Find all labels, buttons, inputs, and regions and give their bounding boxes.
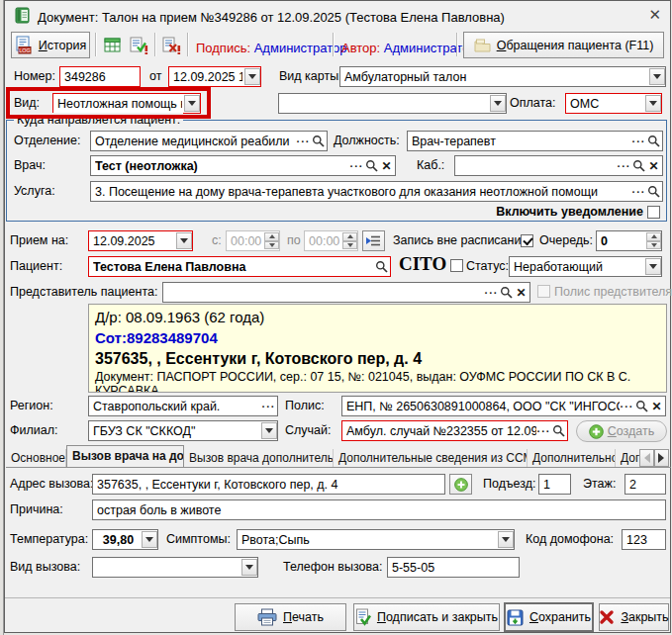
chevron-down-icon[interactable] [261,422,277,439]
tab-ssmp-info[interactable]: Дополнительные сведения из ССМП [334,449,528,467]
ellipsis-button[interactable]: ··· [620,398,634,414]
document-check-button[interactable] [127,35,150,56]
off-schedule-checkbox[interactable] [521,234,533,247]
tab-additional[interactable]: Дополнительно [528,449,616,467]
print-button[interactable]: Печать [235,603,346,631]
spin-buttons[interactable] [646,232,661,249]
history-button[interactable]: LOG История [11,32,90,58]
clear-icon[interactable]: ✕ [514,284,528,301]
reason-field[interactable]: острая боль в животе [92,499,666,520]
off-schedule-label: Запись вне расписания [393,230,528,251]
schedule-button[interactable] [362,230,385,251]
sign-and-close-button[interactable]: Подписать и закрыть [353,603,500,631]
chevron-down-icon[interactable] [176,232,192,249]
ellipsis-button[interactable]: ··· [261,398,276,414]
case-field[interactable]: Амбул. случай №232355 от 12.09.20 ··· [341,420,568,441]
call-phone-field[interactable]: 5-55-05 [387,557,520,578]
ellipsis-button[interactable]: ··· [349,157,364,174]
spin-down-icon[interactable] [646,241,661,250]
save-button[interactable]: Сохранить [504,602,594,632]
document-x-icon [162,37,181,54]
search-icon[interactable] [634,398,649,414]
payment-combo[interactable]: ОМС [565,93,662,114]
ellipsis-button[interactable]: ··· [484,284,499,301]
chevron-down-icon[interactable] [498,531,514,548]
tab-home-visit-extra[interactable]: Вызов врача дополнительно [184,449,334,467]
document-cancel-button[interactable] [159,35,183,56]
create-case-button[interactable]: Создать [576,420,667,442]
document-icon [15,7,31,24]
kind-combo[interactable]: Неотложная помощь на дому [52,93,201,114]
tab-scroll-left-icon[interactable] [639,449,654,467]
address-add-button[interactable] [449,474,472,495]
intercom-field[interactable]: 123 [622,529,666,550]
symptoms-label: Симптомы: [166,529,231,550]
call-type-combo[interactable] [92,557,258,578]
queue-spinner[interactable]: 0 [596,230,662,251]
search-icon[interactable] [311,133,326,149]
doctor-field[interactable]: Тест (неотложка) ··· ✕ [90,155,396,176]
policy-label: Полис: [285,396,325,416]
visit-date-combo[interactable]: 12.09.2025 [88,230,193,251]
tab-main[interactable]: Основное [6,449,66,467]
service-field[interactable]: 3. Посещение на дому врача-терапевта уча… [90,181,663,202]
ellipsis-button[interactable]: ··· [617,157,631,174]
policy-field[interactable]: ЕНП, № 2650630891000864, ООО "СК "ИНГОСС… [341,396,666,416]
floor-field[interactable]: 2 [624,474,666,495]
notification-checkbox[interactable] [647,206,660,219]
search-icon[interactable] [364,157,379,174]
tab-contract[interactable]: Дог [616,449,639,467]
search-icon[interactable] [646,133,661,149]
clear-icon[interactable]: ✕ [379,157,394,174]
cabinet-field[interactable]: ··· ✕ [454,155,663,176]
chevron-down-icon[interactable] [244,68,260,85]
ellipsis-button[interactable]: ··· [631,133,646,149]
status-combo[interactable]: Неработающий [509,256,662,277]
position-field[interactable]: Врач-терапевт ··· [407,131,663,151]
extra-kind-combo[interactable] [278,93,507,114]
search-icon[interactable] [646,183,661,200]
search-icon[interactable] [499,284,514,301]
floor-label: Этаж: [583,474,616,495]
search-icon[interactable] [631,157,646,174]
chevron-down-icon[interactable] [241,559,257,576]
cito-checkbox[interactable] [450,259,463,272]
entrance-label: Подъезд: [483,474,535,495]
close-button[interactable]: Закрыть [599,603,669,631]
entrance-field[interactable]: 1 [538,474,571,495]
card-type-combo[interactable]: Амбулаторный талон [339,66,666,87]
ellipsis-button[interactable]: ··· [631,183,646,200]
ellipsis-button[interactable]: ··· [296,133,311,149]
document-date-combo[interactable]: 12.09.2025 10:5 [168,66,261,87]
spin-down-icon [342,241,357,250]
chevron-down-icon[interactable] [184,95,200,112]
schedule-icon [366,234,381,247]
patient-field[interactable]: Тестова Елена Павловна [88,256,391,277]
chevron-down-icon[interactable] [645,95,661,112]
region-label: Регион: [10,396,53,416]
ellipsis-button[interactable]: ··· [536,422,551,439]
grid-button[interactable] [100,35,124,56]
branch-combo[interactable]: ГБУЗ СК "СККОД" [88,420,278,441]
tab-scroll-right-icon[interactable] [654,449,669,467]
region-field[interactable]: Ставропольский край. ··· [88,396,278,416]
patient-appeals-button[interactable]: Обращения пациента (F11) [463,32,664,58]
search-icon[interactable] [374,258,389,275]
symptoms-combo[interactable]: Рвота;Сыпь [237,529,515,550]
chevron-down-icon[interactable] [490,95,506,112]
clear-icon[interactable]: ✕ [646,157,661,174]
call-address-field[interactable]: 357635, , Ессентуки г, Котовского пер, д… [92,474,445,495]
representative-field[interactable]: ··· ✕ [162,282,530,303]
number-label: Номер: [14,66,55,87]
temperature-combo[interactable]: 39,80 [92,529,158,550]
chevron-down-icon[interactable] [142,531,157,548]
chevron-down-icon[interactable] [649,68,665,85]
number-input[interactable]: 349286 [59,66,141,87]
close-icon[interactable]: ✕ [648,6,661,24]
search-icon[interactable] [551,422,566,439]
tab-home-visit[interactable]: Вызов врача на дом [66,445,184,467]
chevron-down-icon[interactable] [645,258,661,275]
spin-up-icon[interactable] [646,232,661,241]
department-field[interactable]: Отделение медицинской реабили ··· [90,131,328,151]
clear-icon[interactable]: ✕ [649,398,664,414]
